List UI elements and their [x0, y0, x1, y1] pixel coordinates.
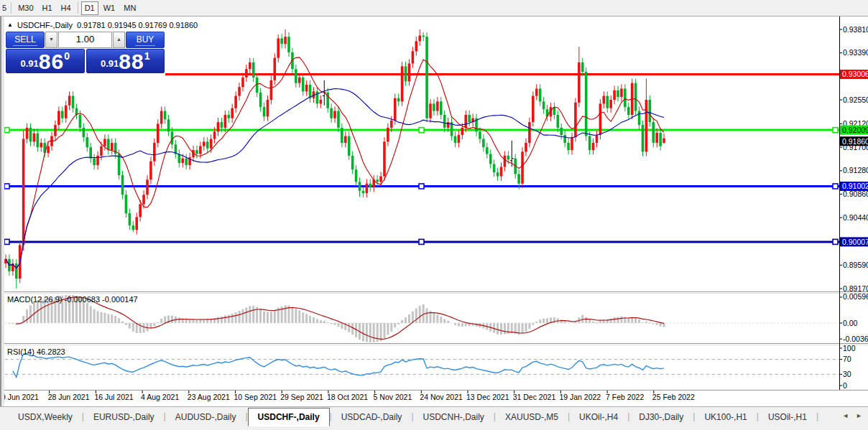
line-handle[interactable] [419, 128, 424, 133]
volume-decrease-button[interactable]: ▼ [45, 32, 57, 48]
candle-body [447, 122, 450, 128]
macd-value-signal: -0.000147 [102, 295, 138, 304]
line-handle[interactable] [833, 239, 838, 244]
candle-body [79, 115, 82, 128]
candle-body [61, 111, 64, 118]
chart-tab-eurusd-daily[interactable]: EURUSD-,Daily [84, 408, 164, 426]
candle-body [227, 115, 230, 118]
chart-tab-usdcad-daily[interactable]: USDCAD-,Daily [332, 408, 412, 426]
date-label: 13 Dec 2021 [466, 393, 509, 401]
date-label: 24 Nov 2021 [420, 393, 463, 401]
candle-body [125, 195, 128, 213]
candle-body [195, 150, 198, 154]
candle-body [362, 191, 365, 193]
candle-body [160, 111, 163, 124]
level-badge-0.93006: 0.93006 [842, 70, 868, 78]
candle-body [37, 134, 40, 147]
chart-window[interactable]: 0.938100.933900.925500.921200.917000.912… [0, 17, 868, 430]
timeframe-button-D1[interactable]: D1 [81, 1, 98, 15]
candle-body [231, 108, 234, 118]
timeframe-button-MN[interactable]: MN [120, 1, 139, 15]
date-label: 18 Oct 2021 [327, 393, 368, 401]
candle-body [135, 217, 138, 230]
macd-scale-label: -0.00366 [843, 335, 868, 343]
sell-price-display[interactable]: 0.91 86 0 [6, 49, 85, 73]
tab-scroll-controls: ◄ ► [842, 412, 862, 419]
candle-body [429, 103, 432, 118]
candle-body [355, 169, 358, 182]
volume-input[interactable]: 1.00 [58, 32, 112, 48]
date-label: 29 Sep 2021 [280, 393, 323, 401]
candle-body [178, 154, 181, 163]
candle-body [627, 107, 630, 115]
level-badge-0.92009: 0.92009 [842, 126, 868, 134]
candle-body [383, 141, 386, 176]
buy-button[interactable]: BUY [126, 32, 165, 48]
rsi-value: 46.2823 [37, 347, 65, 356]
macd-indicator-label: MACD(12,26,9) -0.000683 -0.000147 [7, 295, 138, 304]
candle-body [259, 93, 262, 107]
tab-scroll-left-icon[interactable]: ◄ [842, 412, 849, 419]
candle-body [634, 83, 637, 111]
sell-button[interactable]: SELL [6, 32, 45, 48]
chart-tab-usdchf-daily[interactable]: USDCHF-,Daily [248, 408, 330, 426]
candle-body [521, 151, 524, 183]
candle-body [662, 139, 665, 143]
line-handle[interactable] [4, 184, 9, 189]
timeframe-button-M30[interactable]: M30 [14, 1, 37, 15]
candle-body [15, 263, 18, 279]
date-label: 16 Jul 2021 [94, 393, 133, 401]
candle-body [613, 90, 616, 100]
chart-tab-xauusd-m5[interactable]: XAUUSD-,M5 [496, 408, 568, 426]
candle-body [167, 119, 170, 131]
candle-body [563, 135, 566, 143]
chart-tab-ukoil-h4[interactable]: UKOil-,H4 [570, 408, 627, 426]
chart-tab-dj30-daily[interactable]: DJ30-,Daily [629, 408, 693, 426]
chart-tab-usdcnh-daily[interactable]: USDCNH-,Daily [414, 408, 494, 426]
timeframe-button-W1[interactable]: W1 [100, 1, 119, 15]
candle-body [185, 159, 188, 165]
volume-increase-button[interactable]: ▲ [113, 32, 125, 48]
rsi-name: RSI(14) [7, 347, 34, 356]
tab-scroll-right-icon[interactable]: ► [856, 412, 862, 419]
candle-body [408, 63, 411, 81]
candle-body [405, 66, 407, 81]
candle-body [542, 101, 545, 109]
timeframe-button-H4[interactable]: H4 [57, 1, 75, 15]
candle-body [571, 137, 573, 150]
timeframe-button-H1[interactable]: H1 [39, 1, 56, 15]
date-label: 9 Jun 2021 [1, 393, 39, 401]
candle-body [645, 100, 648, 151]
candle-body [387, 128, 389, 141]
candle-body [121, 175, 124, 195]
timeframe-button-5[interactable]: 5 [1, 1, 8, 15]
candle-body [111, 143, 114, 150]
line-handle[interactable] [4, 239, 9, 244]
sell-price-point: 0 [64, 50, 70, 62]
candle-body [210, 139, 213, 148]
candle-body [504, 156, 507, 167]
buy-price-display[interactable]: 0.91 88 1 [86, 49, 165, 73]
line-handle[interactable] [833, 184, 838, 189]
chart-tab-audusd-daily[interactable]: AUDUSD-,Daily [166, 408, 246, 426]
chart-tab-usoil-h1[interactable]: USOil-,H1 [759, 408, 816, 426]
price-tick-label: 0.92550 [843, 95, 868, 104]
date-label: 31 Dec 2021 [513, 393, 556, 401]
sell-price-pips: 86 [39, 52, 64, 71]
line-handle[interactable] [833, 128, 838, 133]
candle-body [620, 88, 623, 97]
price-tick-label: 0.89170 [843, 284, 868, 293]
line-handle[interactable] [419, 239, 424, 244]
collapse-icon[interactable]: ▲ [7, 22, 13, 28]
candle-body [287, 37, 290, 52]
price-chart[interactable]: 0.938100.933900.925500.921200.917000.912… [0, 17, 868, 430]
chart-symbol-period: USDCHF-,Daily [17, 21, 73, 29]
candle-body [581, 62, 584, 72]
chart-tab-usdx-weekly[interactable]: USDX,Weekly [9, 408, 82, 426]
chart-tab-uk100-h1[interactable]: UK100-,H1 [695, 408, 756, 426]
candle-body [649, 100, 652, 122]
candle-body [557, 115, 560, 128]
price-tick-label: 0.90440 [843, 213, 868, 222]
line-handle[interactable] [4, 128, 9, 133]
line-handle[interactable] [419, 184, 424, 189]
